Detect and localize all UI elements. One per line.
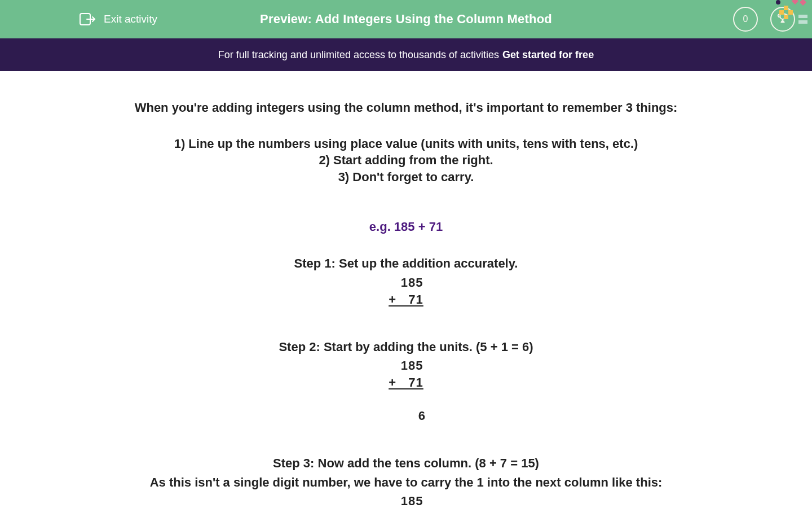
- step-1-calc: 185 + 71: [23, 274, 789, 308]
- step-3-text: Now add the tens column. (8 + 7 = 15): [314, 456, 539, 470]
- activity-header: Exit activity Preview: Add Integers Usin…: [0, 0, 812, 38]
- step-3-note: As this isn't a single digit number, we …: [23, 474, 789, 491]
- header-right: 0: [733, 7, 795, 32]
- step-3-num1: 185: [23, 493, 789, 508]
- step-2-label: Step 2:: [279, 340, 320, 354]
- rule-2: 2) Start adding from the right.: [23, 152, 789, 169]
- step-1-label: Step 1:: [294, 256, 336, 270]
- step-2-result: 6: [23, 408, 789, 424]
- exit-icon: [79, 11, 96, 27]
- page-title: Preview: Add Integers Using the Column M…: [260, 12, 552, 27]
- example-heading: e.g. 185 + 71: [23, 218, 789, 235]
- score-value: 0: [743, 14, 748, 24]
- promo-text: For full tracking and unlimited access t…: [218, 49, 499, 61]
- score-badge: 0: [733, 7, 758, 32]
- lesson-content: When you're adding integers using the co…: [0, 71, 812, 508]
- exit-activity-label: Exit activity: [104, 13, 157, 25]
- step-1-num1: 185: [23, 274, 789, 291]
- step-2-num2: + 71: [23, 374, 789, 391]
- step-2-num1: 185: [23, 357, 789, 374]
- rules-list: 1) Line up the numbers using place value…: [23, 135, 789, 186]
- rule-1: 1) Line up the numbers using place value…: [23, 135, 789, 152]
- step-2-blank: [23, 391, 789, 408]
- step-3-calc: 185: [23, 493, 789, 508]
- step-1-text: Set up the addition accurately.: [336, 256, 518, 270]
- step-3-block: Step 3: Now add the tens column. (8 + 7 …: [23, 455, 789, 508]
- step-2-block: Step 2: Start by adding the units. (5 + …: [23, 339, 789, 424]
- step-3-label: Step 3:: [273, 456, 314, 470]
- step-2-line: Step 2: Start by adding the units. (5 + …: [23, 339, 789, 356]
- promo-cta-link[interactable]: Get started for free: [502, 49, 594, 61]
- svg-rect-6: [798, 15, 807, 18]
- promo-bar: For full tracking and unlimited access t…: [0, 38, 812, 71]
- step-3-line: Step 3: Now add the tens column. (8 + 7 …: [23, 455, 789, 472]
- trophy-icon: [776, 12, 789, 27]
- step-1-line: Step 1: Set up the addition accurately.: [23, 255, 789, 272]
- svg-point-1: [776, 0, 780, 5]
- step-2-calc: 185 + 71 6: [23, 357, 789, 424]
- step-1-block: Step 1: Set up the addition accurately. …: [23, 255, 789, 308]
- rule-3: 3) Don't forget to carry.: [23, 169, 789, 186]
- step-1-num2: + 71: [23, 291, 789, 308]
- trophy-button[interactable]: [770, 7, 795, 32]
- step-2-text: Start by adding the units. (5 + 1 = 6): [320, 340, 533, 354]
- intro-text: When you're adding integers using the co…: [23, 99, 789, 116]
- svg-rect-7: [798, 20, 807, 24]
- exit-activity-button[interactable]: Exit activity: [79, 11, 157, 27]
